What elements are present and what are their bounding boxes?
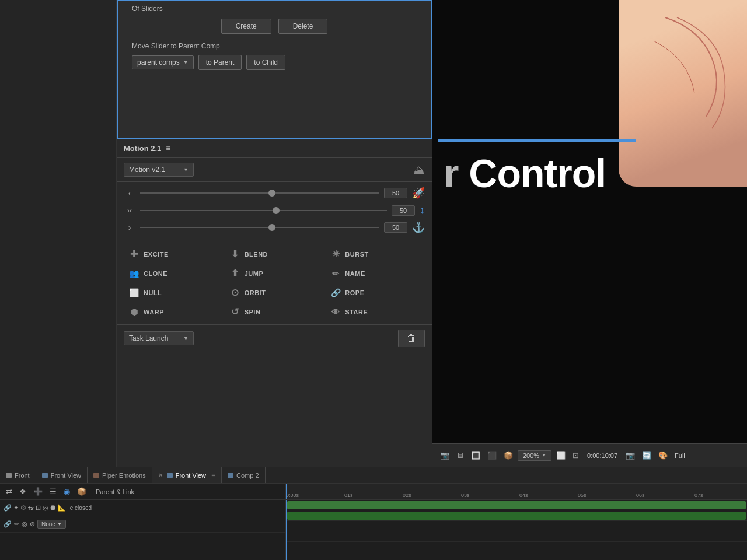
delete-button[interactable]: Delete — [278, 19, 328, 34]
clone-icon: 👥 — [128, 269, 140, 278]
layer-icon-circle[interactable]: ◎ — [43, 504, 48, 512]
layer-icon-fx[interactable]: fx — [28, 505, 34, 512]
viewer-icon-9[interactable]: 🔄 — [640, 450, 654, 461]
tab-front-view-2-color — [167, 473, 173, 478]
to-child-button[interactable]: to Child — [246, 55, 285, 70]
viewer-icon-10[interactable]: 🎨 — [656, 450, 670, 461]
tl-tool-3[interactable]: ➕ — [31, 486, 45, 497]
rope-icon: 🔗 — [330, 288, 341, 298]
layer2-icon-circle2[interactable]: ◎ — [22, 520, 27, 528]
to-parent-button[interactable]: to Parent — [198, 55, 242, 70]
spin-button[interactable]: ↺ SPIN — [225, 303, 324, 321]
name-icon: ✏ — [330, 269, 341, 278]
slider2-value[interactable]: 50 — [392, 205, 415, 216]
slider3-thumb[interactable] — [268, 224, 275, 231]
viewer-icon-4[interactable]: ⬛ — [485, 450, 499, 461]
viewer-icon-5[interactable]: 📦 — [501, 450, 515, 461]
viewer-icon-2[interactable]: 🖥 — [454, 450, 466, 461]
stare-button[interactable]: 👁 STARE — [325, 303, 425, 321]
parent-comps-dropdown[interactable]: parent comps ▼ — [132, 55, 194, 69]
layer2-icon-pencil[interactable]: ✏ — [14, 520, 19, 528]
layer-label: e closed — [70, 505, 92, 511]
viewer-toolbar: 📷 🖥 🔳 ⬛ 📦 200% ▼ ⬜ ⊡ 0:00:10:07 📷 🔄 🎨 Fu… — [432, 443, 747, 467]
slider2-thumb[interactable] — [273, 207, 280, 214]
burst-icon: ✳ — [330, 249, 341, 260]
motion-panel: Motion 2.1 ≡ Motion v2.1 ▼ ⛰ ‹ 50 — [117, 139, 432, 467]
layer-icon-hex[interactable]: ⬣ — [50, 504, 56, 512]
preview-panel: r Control 📷 🖥 🔳 ⬛ 📦 200% ▼ ⬜ ⊡ 0:00:10:0… — [432, 0, 747, 467]
clone-button[interactable]: 👥 CLONE — [124, 264, 224, 282]
tl-tool-1[interactable]: ⇄ — [4, 486, 15, 497]
warp-icon: ⬢ — [128, 307, 140, 317]
none-dropdown[interactable]: None ▼ — [37, 520, 66, 528]
ruler-mark-06: 06s — [636, 492, 645, 498]
tab-piper-emotions[interactable]: Piper Emotions — [88, 467, 152, 483]
timeline-tracks — [286, 500, 747, 560]
green-bar-2 — [287, 512, 746, 520]
blend-button[interactable]: ⬇ BLEND — [225, 245, 324, 263]
warp-button[interactable]: ⬢ WARP — [124, 303, 224, 321]
timeline-ruler: 0:00s 01s 02s 03s 04s 05s 06s 07s 08s — [286, 484, 747, 500]
null-button[interactable]: ⬜ NULL — [124, 284, 224, 302]
viewer-icon-7[interactable]: ⊡ — [570, 450, 581, 461]
create-button[interactable]: Create — [221, 19, 271, 34]
null-icon: ⬜ — [128, 288, 140, 298]
excite-button[interactable]: ✚ EXCITE — [124, 245, 224, 263]
slider3-icon[interactable]: ⚓ — [412, 221, 425, 234]
motion-menu-icon[interactable]: ≡ — [166, 144, 170, 153]
rope-button[interactable]: 🔗 ROPE — [325, 284, 425, 302]
slider1-track[interactable] — [140, 192, 379, 194]
layer-icon-measure[interactable]: 📐 — [58, 504, 66, 512]
blend-icon: ⬇ — [229, 249, 241, 260]
tl-tool-5[interactable]: ◉ — [61, 486, 72, 497]
layer-icon-square[interactable]: ⊡ — [36, 504, 41, 512]
mountain-icon[interactable]: ⛰ — [413, 163, 425, 177]
tab-front-view-2[interactable]: ✕ Front View ≡ — [152, 467, 222, 483]
version-dropdown[interactable]: Motion v2.1 ▼ — [124, 163, 194, 177]
slider2-icon[interactable]: ↕ — [420, 204, 425, 216]
zoom-display[interactable]: 200% ▼ — [518, 450, 551, 461]
orbit-button[interactable]: ⊙ ORBIT — [225, 284, 324, 302]
trash-button[interactable]: 🗑 — [398, 330, 425, 347]
tab-front[interactable]: Front — [0, 467, 36, 483]
layer-icon-link[interactable]: 🔗 — [4, 504, 12, 512]
tl-tool-6[interactable]: 📦 — [75, 486, 89, 497]
tl-tool-2[interactable]: ❖ — [17, 486, 29, 497]
tl-tool-4[interactable]: ☰ — [47, 486, 59, 497]
burst-button[interactable]: ✳ BURST — [325, 245, 425, 263]
ruler-mark-0: 0:00s — [286, 492, 299, 498]
task-launch-dropdown[interactable]: Task Launch ▼ — [124, 331, 194, 345]
tab-comp2[interactable]: Comp 2 — [222, 467, 266, 483]
ruler-mark-02: 02s — [403, 492, 411, 498]
quality-display: Full — [675, 452, 685, 459]
orbit-icon: ⊙ — [229, 287, 241, 298]
slider3-value[interactable]: 50 — [384, 222, 407, 233]
layer2-icon-chain[interactable]: ⊗ — [30, 520, 35, 528]
control-text: r Control — [444, 150, 606, 196]
layer-icon-gear[interactable]: ⚙ — [20, 504, 26, 512]
viewer-icon-6[interactable]: ⬜ — [554, 450, 568, 461]
viewer-icon-3[interactable]: 🔳 — [469, 450, 483, 461]
jump-icon: ⬆ — [229, 268, 241, 279]
close-tab-icon[interactable]: ✕ — [158, 472, 163, 478]
timeline-row-3 — [286, 521, 747, 531]
playhead[interactable] — [286, 484, 287, 499]
zoom-arrow: ▼ — [542, 453, 546, 458]
slider3-track[interactable] — [140, 227, 379, 228]
viewer-icon-8[interactable]: 📷 — [623, 450, 637, 461]
tab-menu-icon[interactable]: ≡ — [211, 471, 215, 480]
timeline-row-1 — [286, 500, 747, 510]
slider1-icon[interactable]: 🚀 — [412, 187, 425, 200]
jump-button[interactable]: ⬆ JUMP — [225, 264, 324, 282]
slider1-thumb[interactable] — [268, 190, 275, 197]
blue-accent-line — [438, 139, 636, 142]
layer2-icon-link[interactable]: 🔗 — [4, 520, 12, 528]
parent-link-label: Parent & Link — [96, 488, 134, 495]
viewer-icon-1[interactable]: 📷 — [438, 450, 452, 461]
layer-icon-star[interactable]: ✦ — [13, 504, 19, 512]
name-button[interactable]: ✏ NAME — [325, 264, 425, 282]
tab-comp2-color — [228, 473, 233, 478]
tab-front-view[interactable]: Front View — [36, 467, 88, 483]
slider1-value[interactable]: 50 — [384, 188, 407, 198]
slider2-track[interactable] — [140, 210, 387, 211]
